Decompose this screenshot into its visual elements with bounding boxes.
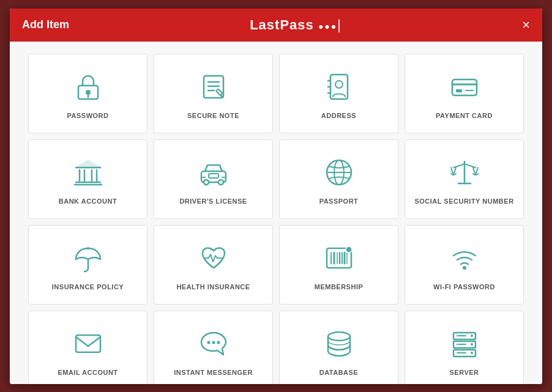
svg-point-52	[212, 341, 215, 344]
svg-point-58	[471, 335, 473, 337]
svg-point-60	[471, 352, 473, 354]
item-label-instant-messenger: INSTANT MESSENGER	[174, 368, 253, 377]
add-item-modal: Add Item LastPass ●●●| × PASSWORD	[10, 9, 542, 384]
scales-icon	[446, 154, 483, 191]
svg-rect-7	[216, 89, 223, 96]
svg-rect-13	[452, 80, 477, 95]
item-label-bank-account: BANK ACCOUNT	[59, 197, 117, 205]
svg-point-9	[335, 81, 343, 88]
svg-point-39	[87, 247, 89, 250]
svg-marker-17	[76, 160, 100, 168]
item-label-payment-card: PAYMENT CARD	[436, 111, 493, 120]
wifi-icon	[446, 240, 483, 276]
credit-card-icon	[446, 68, 483, 105]
lastpass-logo: LastPass ●●●|	[250, 17, 341, 33]
item-label-secure-note: SECURE NOTE	[187, 111, 239, 120]
item-label-password: PASSWORD	[67, 111, 109, 120]
item-secure-note[interactable]: SECURE NOTE	[154, 54, 273, 133]
item-wifi-password[interactable]: WI-FI PASSWORD	[405, 225, 524, 305]
svg-point-59	[471, 343, 473, 346]
svg-point-26	[204, 180, 209, 185]
svg-line-37	[464, 164, 476, 168]
item-database[interactable]: DATABASE	[279, 311, 398, 384]
item-payment-card[interactable]: PAYMENT CARD	[405, 54, 524, 133]
item-membership[interactable]: MEMBERSHIP	[279, 225, 398, 305]
server-icon	[446, 325, 483, 362]
item-label-drivers-license: DRIVER'S LICENSE	[179, 197, 247, 205]
modal-header: Add Item LastPass ●●●| ×	[10, 9, 542, 42]
item-insurance-policy[interactable]: INSURANCE POLICY	[28, 225, 147, 305]
lock-icon	[70, 68, 106, 105]
item-ssn[interactable]: SOCIAL SECURITY NUMBER	[405, 139, 524, 219]
modal-title: Add Item	[22, 18, 69, 31]
item-label-wifi-password: WI-FI PASSWORD	[433, 283, 495, 291]
item-instant-messenger[interactable]: INSTANT MESSENGER	[154, 311, 273, 384]
barcode-icon	[321, 240, 357, 276]
bank-icon	[70, 154, 106, 191]
database-icon	[321, 325, 357, 362]
item-health-insurance[interactable]: HEALTH INSURANCE	[154, 225, 273, 305]
item-address[interactable]: ADDRESS	[279, 54, 398, 133]
item-label-address: ADDRESS	[321, 111, 356, 120]
svg-point-49	[463, 266, 466, 270]
item-bank-account[interactable]: BANK ACCOUNT	[28, 139, 147, 219]
umbrella-icon	[70, 240, 106, 276]
svg-point-54	[328, 332, 350, 341]
svg-rect-15	[456, 89, 462, 92]
svg-point-51	[207, 341, 210, 344]
item-label-ssn: SOCIAL SECURITY NUMBER	[414, 197, 513, 205]
svg-point-53	[217, 341, 220, 344]
close-button[interactable]: ×	[522, 18, 530, 32]
email-icon	[70, 325, 106, 362]
items-grid: PASSWORD SECURE NOTE	[28, 54, 524, 384]
item-email-account[interactable]: EMAIL ACCOUNT	[28, 311, 147, 384]
car-icon	[195, 154, 232, 191]
item-password[interactable]: PASSWORD	[28, 54, 147, 133]
svg-point-27	[218, 180, 223, 185]
note-icon	[195, 68, 232, 105]
globe-icon	[321, 154, 357, 191]
item-label-database: DATABASE	[319, 368, 358, 377]
chat-icon	[195, 325, 232, 362]
item-label-passport: PASSPORT	[319, 197, 359, 205]
svg-rect-28	[209, 174, 218, 178]
address-book-icon	[321, 68, 357, 105]
item-label-insurance-policy: INSURANCE POLICY	[52, 283, 124, 291]
item-label-health-insurance: HEALTH INSURANCE	[176, 283, 250, 291]
item-label-server: SERVER	[449, 368, 479, 377]
svg-point-48	[346, 246, 352, 253]
item-server[interactable]: SERVER	[405, 311, 524, 384]
item-drivers-license[interactable]: DRIVER'S LICENSE	[154, 139, 273, 219]
item-label-membership: MEMBERSHIP	[315, 283, 364, 291]
item-passport[interactable]: PASSPORT	[279, 139, 398, 219]
items-grid-container: PASSWORD SECURE NOTE	[10, 42, 542, 384]
svg-rect-50	[76, 335, 100, 352]
item-label-email-account: EMAIL ACCOUNT	[58, 368, 117, 377]
heart-pulse-icon	[195, 240, 232, 276]
svg-line-36	[453, 164, 464, 168]
